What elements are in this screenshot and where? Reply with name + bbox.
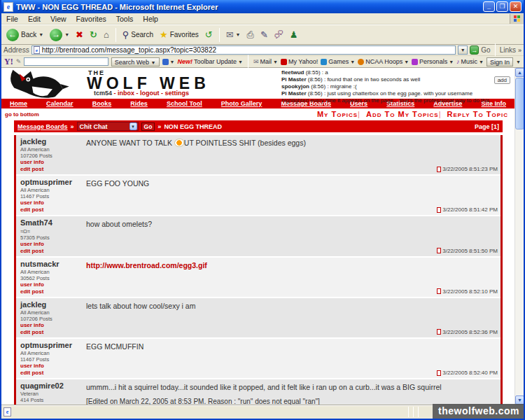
edit-post-link[interactable]: edit post — [20, 166, 85, 173]
user-info-link[interactable]: user info — [20, 241, 85, 248]
go-label[interactable]: Go — [481, 46, 490, 54]
edit-button[interactable]: ✎ — [258, 29, 270, 41]
chat-username[interactable]: spookyjon — [281, 83, 309, 90]
post-doc-icon[interactable] — [437, 370, 441, 376]
nav-link[interactable]: Calendar — [46, 100, 74, 107]
yahoo-search-button[interactable]: Search Web ▼ — [111, 57, 160, 66]
forward-button[interactable]: → ▼ — [48, 27, 71, 43]
user-info-link[interactable]: user info — [20, 200, 85, 206]
post-username[interactable]: nutsmackr — [20, 260, 85, 269]
chat-username[interactable]: fleetwud — [281, 69, 304, 76]
post-username[interactable]: quagmire02 — [20, 382, 85, 391]
ncaa-hoops-button[interactable]: NCAA Hoops▼ — [358, 58, 409, 65]
user-info-link[interactable]: user info — [20, 322, 85, 329]
post-username[interactable]: jackleg — [20, 137, 85, 146]
chatterbox-add-button[interactable]: add — [494, 76, 510, 84]
user-account-link[interactable]: settings — [165, 90, 190, 97]
toolbar-update-button[interactable]: New! Toolbar Update ▼ — [177, 58, 243, 65]
back-dropdown-icon[interactable]: ▼ — [38, 32, 43, 37]
history-button[interactable]: ↺ — [203, 29, 215, 41]
edit-post-link[interactable]: edit post — [20, 248, 85, 255]
forward-dropdown-icon[interactable]: ▼ — [64, 32, 69, 37]
user-info-link[interactable]: user info — [20, 281, 85, 288]
menu-item[interactable]: Edit — [23, 14, 46, 24]
nav-link[interactable]: Rides — [130, 100, 148, 107]
mail-dropdown-icon[interactable]: ▼ — [236, 32, 241, 37]
yahoo-compass-button[interactable]: ▼ — [162, 59, 175, 65]
select-dropdown-icon[interactable]: ▼ — [130, 122, 137, 130]
message-link[interactable]: http://www.brentroad.com/egg3.gif — [86, 261, 207, 270]
post-username[interactable]: Smath74 — [20, 218, 85, 227]
favorites-button[interactable]: ★ Favorites — [158, 29, 201, 41]
go-arrow-icon[interactable]: → — [470, 46, 479, 55]
music-button[interactable]: ♪Music▼ — [456, 58, 484, 65]
chat-username[interactable]: Pi Master — [281, 90, 307, 97]
post-doc-icon[interactable] — [437, 248, 441, 253]
edit-post-link[interactable]: edit post — [20, 329, 85, 336]
links-chevron-icon[interactable]: » — [518, 47, 522, 54]
edit-post-link[interactable]: edit post — [20, 370, 85, 377]
message-boards-link[interactable]: Message Boards — [18, 123, 68, 130]
edit-post-link[interactable]: edit post — [20, 206, 85, 214]
post-username[interactable]: jackleg — [20, 300, 85, 309]
address-input[interactable]: e http://brentroad.com/message_topic.asp… — [31, 46, 456, 55]
edit-post-link[interactable]: edit post — [20, 288, 85, 295]
nav-link[interactable]: Photo Gallery — [221, 100, 262, 107]
menu-item[interactable]: File — [1, 14, 23, 24]
maximize-button[interactable]: ❐ — [496, 1, 508, 12]
scroll-up-icon[interactable]: ▲ — [515, 68, 524, 77]
topic-action-link[interactable]: Add To My Topics| — [363, 110, 444, 118]
my-yahoo-button[interactable]: My Yahoo! — [281, 58, 318, 65]
board-select[interactable]: Chit Chat ▼ — [77, 122, 139, 131]
nav-link[interactable]: Home — [10, 100, 27, 107]
topic-action-link[interactable]: Reply To Topic — [444, 110, 511, 118]
nav-link[interactable]: School Tool — [167, 100, 202, 107]
close-button[interactable]: ✕ — [510, 1, 522, 12]
menu-item[interactable]: Favorites — [71, 14, 111, 24]
stop-button[interactable]: ✖ — [74, 29, 85, 41]
menu-item[interactable]: Help — [138, 14, 163, 24]
print-button[interactable]: ⎙ — [245, 29, 256, 41]
go-to-bottom-link[interactable]: go to bottom — [5, 111, 39, 118]
games-button[interactable]: Games▼ — [321, 58, 355, 65]
discuss-button[interactable]: 🗪 — [272, 29, 286, 41]
post-message-body: ANYONE WANT TO TALK UT POINTLESS SHIT (b… — [86, 139, 306, 147]
menu-item[interactable]: View — [46, 14, 71, 24]
current-username[interactable]: tcm54 — [94, 90, 112, 97]
chat-username[interactable]: Pi Master — [281, 76, 307, 83]
post-username[interactable]: optmusprimer — [20, 178, 85, 187]
topic-action-link[interactable]: My Topics| — [314, 110, 363, 118]
yahoo-logo[interactable]: Y! — [4, 57, 13, 67]
back-button[interactable]: ← Back ▼ — [4, 27, 46, 43]
yahoo-overflow-icon[interactable]: ▼ — [516, 59, 521, 64]
post-doc-icon[interactable] — [437, 167, 441, 172]
user-account-link[interactable]: inbox — [118, 90, 134, 97]
user-account-link[interactable]: logout — [140, 90, 160, 97]
vertical-scrollbar[interactable]: ▲ ▼ — [514, 68, 524, 405]
refresh-button[interactable]: ↻ — [88, 29, 99, 41]
address-dropdown-icon[interactable]: ▼ — [458, 46, 468, 55]
messenger-button[interactable]: ♟ — [288, 29, 300, 41]
yahoo-search-input[interactable] — [24, 57, 108, 66]
user-info-link[interactable]: user info — [20, 363, 85, 370]
breadcrumb-arrow: » — [71, 123, 74, 130]
user-info-link[interactable]: user info — [20, 159, 85, 166]
links-label[interactable]: Links — [500, 46, 516, 54]
pencil-icon[interactable]: ✎ — [16, 58, 22, 65]
post-doc-icon[interactable] — [437, 329, 441, 335]
post-username[interactable]: optmusprimer — [20, 341, 85, 350]
nav-link[interactable]: Books — [92, 100, 112, 107]
scroll-thumb[interactable] — [515, 78, 524, 130]
minimize-button[interactable]: _ — [483, 1, 495, 12]
post-doc-icon[interactable] — [437, 207, 441, 213]
home-button[interactable]: ⌂ — [102, 29, 111, 41]
mail-button[interactable]: ✉ ▼ — [224, 29, 243, 41]
sign-in-button[interactable]: Sign In — [486, 57, 513, 66]
search-button[interactable]: ⚲ Search — [120, 29, 155, 41]
board-go-button[interactable]: Go — [141, 122, 155, 131]
post-doc-icon[interactable] — [437, 288, 441, 294]
menu-item[interactable]: Tools — [111, 14, 139, 24]
personals-button[interactable]: Personals▼ — [412, 58, 454, 65]
post-user-title: All American — [20, 269, 85, 275]
yahoo-mail-button[interactable]: ✉Mail▼ — [253, 58, 278, 65]
